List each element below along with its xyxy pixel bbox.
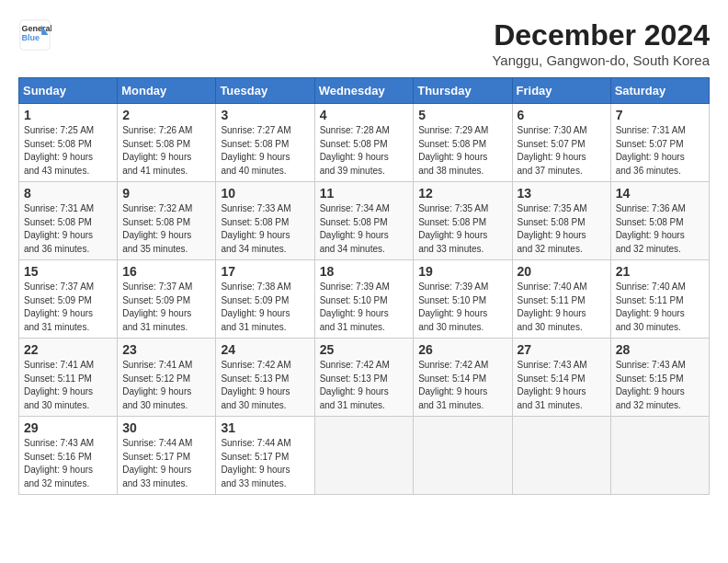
header: General Blue December 2024 Yanggu, Gangw… — [18, 18, 710, 68]
day-info: Sunrise: 7:44 AM Sunset: 5:17 PM Dayligh… — [221, 437, 309, 490]
calendar-cell: 16Sunrise: 7:37 AM Sunset: 5:09 PM Dayli… — [118, 260, 216, 339]
day-number: 27 — [518, 342, 606, 357]
calendar-cell: 22Sunrise: 7:41 AM Sunset: 5:11 PM Dayli… — [19, 339, 118, 417]
calendar-cell — [512, 417, 610, 495]
calendar-cell: 2Sunrise: 7:26 AM Sunset: 5:08 PM Daylig… — [118, 104, 216, 182]
day-number: 20 — [518, 264, 606, 279]
day-info: Sunrise: 7:32 AM Sunset: 5:08 PM Dayligh… — [122, 202, 210, 256]
day-number: 25 — [320, 342, 409, 357]
day-info: Sunrise: 7:37 AM Sunset: 5:09 PM Dayligh… — [24, 281, 112, 334]
calendar-week-1: 1Sunrise: 7:25 AM Sunset: 5:08 PM Daylig… — [19, 104, 710, 182]
day-info: Sunrise: 7:41 AM Sunset: 5:11 PM Dayligh… — [24, 359, 112, 412]
calendar-cell: 31Sunrise: 7:44 AM Sunset: 5:17 PM Dayli… — [216, 417, 314, 495]
day-number: 3 — [221, 108, 309, 122]
day-info: Sunrise: 7:43 AM Sunset: 5:16 PM Dayligh… — [24, 437, 112, 490]
day-number: 17 — [221, 264, 309, 279]
calendar-week-3: 15Sunrise: 7:37 AM Sunset: 5:09 PM Dayli… — [19, 260, 710, 339]
calendar-table: SundayMondayTuesdayWednesdayThursdayFrid… — [18, 77, 710, 495]
calendar-cell: 17Sunrise: 7:38 AM Sunset: 5:09 PM Dayli… — [216, 260, 314, 339]
day-info: Sunrise: 7:40 AM Sunset: 5:11 PM Dayligh… — [616, 281, 704, 334]
day-info: Sunrise: 7:40 AM Sunset: 5:11 PM Dayligh… — [518, 281, 606, 334]
calendar-cell: 30Sunrise: 7:44 AM Sunset: 5:17 PM Dayli… — [118, 417, 216, 495]
calendar-header-sunday: Sunday — [19, 78, 118, 104]
calendar-cell: 20Sunrise: 7:40 AM Sunset: 5:11 PM Dayli… — [512, 260, 610, 339]
calendar-cell — [610, 417, 709, 495]
calendar-cell: 19Sunrise: 7:39 AM Sunset: 5:10 PM Dayli… — [414, 260, 512, 339]
day-number: 13 — [518, 186, 606, 201]
day-number: 24 — [221, 342, 309, 357]
day-info: Sunrise: 7:29 AM Sunset: 5:08 PM Dayligh… — [418, 124, 506, 178]
day-info: Sunrise: 7:35 AM Sunset: 5:08 PM Dayligh… — [518, 202, 606, 256]
calendar-cell: 28Sunrise: 7:43 AM Sunset: 5:15 PM Dayli… — [610, 339, 709, 417]
calendar-cell: 23Sunrise: 7:41 AM Sunset: 5:12 PM Dayli… — [118, 339, 216, 417]
day-number: 22 — [24, 342, 112, 357]
day-info: Sunrise: 7:42 AM Sunset: 5:14 PM Dayligh… — [418, 359, 506, 412]
calendar-header-monday: Monday — [118, 78, 216, 104]
day-number: 21 — [616, 264, 704, 279]
day-info: Sunrise: 7:31 AM Sunset: 5:08 PM Dayligh… — [24, 202, 112, 256]
day-info: Sunrise: 7:27 AM Sunset: 5:08 PM Dayligh… — [221, 124, 309, 178]
day-info: Sunrise: 7:44 AM Sunset: 5:17 PM Dayligh… — [122, 437, 210, 490]
calendar-cell: 27Sunrise: 7:43 AM Sunset: 5:14 PM Dayli… — [512, 339, 610, 417]
calendar-subtitle: Yanggu, Gangwon-do, South Korea — [492, 52, 710, 68]
day-info: Sunrise: 7:38 AM Sunset: 5:09 PM Dayligh… — [221, 281, 309, 334]
logo-icon: General Blue — [18, 18, 51, 52]
calendar-week-2: 8Sunrise: 7:31 AM Sunset: 5:08 PM Daylig… — [19, 182, 710, 260]
calendar-cell: 18Sunrise: 7:39 AM Sunset: 5:10 PM Dayli… — [314, 260, 414, 339]
day-info: Sunrise: 7:39 AM Sunset: 5:10 PM Dayligh… — [320, 281, 409, 334]
calendar-cell: 1Sunrise: 7:25 AM Sunset: 5:08 PM Daylig… — [19, 104, 118, 182]
title-block: December 2024 Yanggu, Gangwon-do, South … — [492, 18, 710, 68]
day-info: Sunrise: 7:28 AM Sunset: 5:08 PM Dayligh… — [320, 124, 409, 178]
day-number: 30 — [122, 420, 210, 435]
day-info: Sunrise: 7:34 AM Sunset: 5:08 PM Dayligh… — [320, 202, 409, 256]
calendar-cell: 9Sunrise: 7:32 AM Sunset: 5:08 PM Daylig… — [118, 182, 216, 260]
day-number: 10 — [221, 186, 309, 201]
day-info: Sunrise: 7:33 AM Sunset: 5:08 PM Dayligh… — [221, 202, 309, 256]
calendar-body: 1Sunrise: 7:25 AM Sunset: 5:08 PM Daylig… — [19, 104, 710, 495]
day-info: Sunrise: 7:25 AM Sunset: 5:08 PM Dayligh… — [24, 124, 112, 178]
calendar-header-tuesday: Tuesday — [216, 78, 314, 104]
calendar-header-friday: Friday — [512, 78, 610, 104]
calendar-cell — [314, 417, 414, 495]
calendar-cell: 15Sunrise: 7:37 AM Sunset: 5:09 PM Dayli… — [19, 260, 118, 339]
day-number: 16 — [122, 264, 210, 279]
calendar-cell: 26Sunrise: 7:42 AM Sunset: 5:14 PM Dayli… — [414, 339, 512, 417]
day-info: Sunrise: 7:43 AM Sunset: 5:14 PM Dayligh… — [518, 359, 606, 412]
calendar-title: December 2024 — [492, 18, 710, 52]
day-number: 18 — [320, 264, 409, 279]
day-number: 15 — [24, 264, 112, 279]
logo: General Blue — [18, 18, 51, 52]
day-number: 31 — [221, 420, 309, 435]
day-number: 28 — [616, 342, 704, 357]
calendar-cell: 6Sunrise: 7:30 AM Sunset: 5:07 PM Daylig… — [512, 104, 610, 182]
calendar-cell: 25Sunrise: 7:42 AM Sunset: 5:13 PM Dayli… — [314, 339, 414, 417]
calendar-cell: 29Sunrise: 7:43 AM Sunset: 5:16 PM Dayli… — [19, 417, 118, 495]
calendar-cell: 14Sunrise: 7:36 AM Sunset: 5:08 PM Dayli… — [610, 182, 709, 260]
calendar-cell: 13Sunrise: 7:35 AM Sunset: 5:08 PM Dayli… — [512, 182, 610, 260]
calendar-cell: 4Sunrise: 7:28 AM Sunset: 5:08 PM Daylig… — [314, 104, 414, 182]
day-number: 12 — [418, 186, 506, 201]
day-info: Sunrise: 7:31 AM Sunset: 5:07 PM Dayligh… — [616, 124, 704, 178]
day-number: 1 — [24, 108, 112, 122]
day-number: 9 — [122, 186, 210, 201]
day-number: 7 — [616, 108, 704, 122]
svg-text:General: General — [22, 24, 51, 33]
calendar-header-row: SundayMondayTuesdayWednesdayThursdayFrid… — [19, 78, 710, 104]
day-info: Sunrise: 7:36 AM Sunset: 5:08 PM Dayligh… — [616, 202, 704, 256]
calendar-cell: 5Sunrise: 7:29 AM Sunset: 5:08 PM Daylig… — [414, 104, 512, 182]
day-number: 8 — [24, 186, 112, 201]
day-info: Sunrise: 7:43 AM Sunset: 5:15 PM Dayligh… — [616, 359, 704, 412]
calendar-cell — [414, 417, 512, 495]
day-info: Sunrise: 7:35 AM Sunset: 5:08 PM Dayligh… — [418, 202, 506, 256]
day-info: Sunrise: 7:39 AM Sunset: 5:10 PM Dayligh… — [418, 281, 506, 334]
calendar-cell: 7Sunrise: 7:31 AM Sunset: 5:07 PM Daylig… — [610, 104, 709, 182]
calendar-cell: 21Sunrise: 7:40 AM Sunset: 5:11 PM Dayli… — [610, 260, 709, 339]
day-info: Sunrise: 7:26 AM Sunset: 5:08 PM Dayligh… — [122, 124, 210, 178]
calendar-cell: 24Sunrise: 7:42 AM Sunset: 5:13 PM Dayli… — [216, 339, 314, 417]
day-number: 11 — [320, 186, 409, 201]
calendar-cell: 12Sunrise: 7:35 AM Sunset: 5:08 PM Dayli… — [414, 182, 512, 260]
day-number: 14 — [616, 186, 704, 201]
calendar-week-5: 29Sunrise: 7:43 AM Sunset: 5:16 PM Dayli… — [19, 417, 710, 495]
day-info: Sunrise: 7:42 AM Sunset: 5:13 PM Dayligh… — [320, 359, 409, 412]
day-info: Sunrise: 7:30 AM Sunset: 5:07 PM Dayligh… — [518, 124, 606, 178]
